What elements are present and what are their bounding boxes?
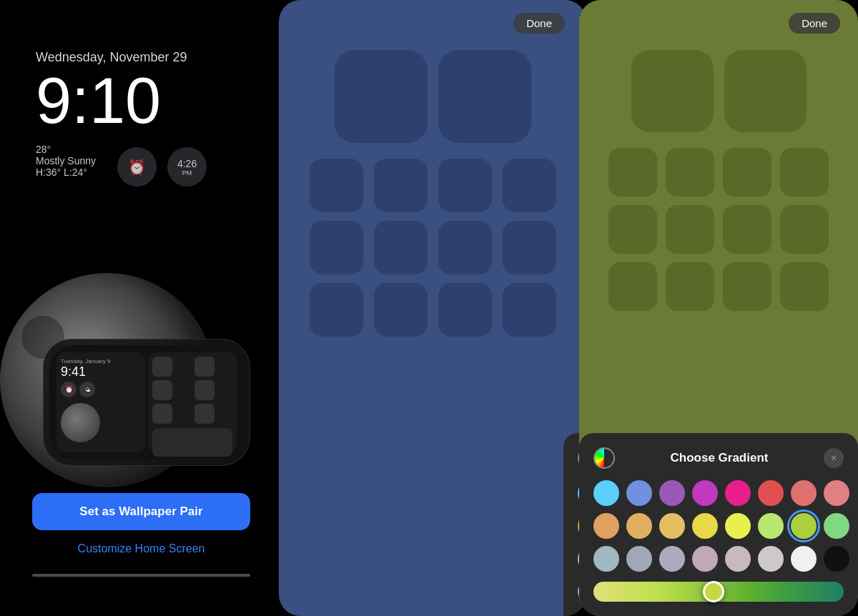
icon-row-olive-3 (591, 262, 847, 311)
app-icon-blue-5 (438, 159, 492, 212)
phone-preview-time: 9:41 (61, 364, 141, 379)
gradient-picker-close[interactable]: × (824, 448, 844, 468)
gradient-dot-0-1[interactable] (626, 480, 652, 506)
gradient-dot-1-7[interactable] (824, 513, 849, 539)
gradient-dot-2-1[interactable] (626, 546, 652, 572)
gradient-dot-0-0[interactable] (593, 480, 619, 506)
gradient-dot-2-2[interactable] (659, 546, 685, 572)
phone-icon-grid (152, 357, 232, 424)
gradient-picker-panel: Choose Gradient × (579, 433, 858, 616)
done-button-right[interactable]: Done (789, 13, 840, 34)
gradient-rainbow-icon (593, 447, 615, 469)
app-icon-olive-11 (608, 262, 657, 311)
lock-time: 9:10 (36, 69, 207, 133)
phone-preview-inner: Tuesday, January 9 9:41 ⏰ 🌤 (49, 345, 244, 459)
app-icon-olive-9 (723, 205, 771, 254)
phone-icon-2 (194, 357, 214, 377)
alarm-widget: ⏰ (117, 147, 157, 187)
gradient-dot-0-2[interactable] (659, 480, 685, 506)
gradient-dot-1-4[interactable] (725, 513, 751, 539)
phone-icon-1 (152, 357, 172, 377)
app-icon-blue-9 (438, 221, 492, 274)
icon-row-blue-2 (288, 221, 578, 274)
alarm-ampm: PM (182, 169, 192, 177)
phone-icon-6 (194, 404, 214, 424)
lock-date: Wednesday, November 29 (36, 50, 207, 65)
phone-preview-date: Tuesday, January 9 (61, 358, 141, 364)
gradient-slider-thumb (703, 581, 724, 602)
icon-row-olive-1 (591, 148, 847, 197)
gradient-dot-2-4[interactable] (725, 546, 751, 572)
icon-row-olive-2 (591, 205, 847, 254)
app-icon-olive-5 (723, 148, 771, 197)
gradient-dot-1-0[interactable] (593, 513, 619, 539)
app-icon-blue-2 (438, 50, 531, 143)
gradient-dot-2-0[interactable] (593, 546, 619, 572)
app-icon-blue-3 (310, 159, 363, 212)
app-icon-blue-4 (374, 159, 428, 212)
customize-home-screen-link[interactable]: Customize Home Screen (32, 542, 250, 555)
phone-left-side: Tuesday, January 9 9:41 ⏰ 🌤 (56, 352, 145, 452)
app-icon-blue-10 (503, 221, 556, 274)
phone-icon-4 (194, 380, 214, 400)
large-icon-grid-olive (613, 43, 824, 139)
gradient-color-grid (593, 480, 844, 572)
app-icon-blue-13 (438, 283, 492, 337)
gradient-hue-slider[interactable] (593, 582, 844, 602)
gradient-dot-0-5[interactable] (758, 480, 784, 506)
set-wallpaper-pair-button[interactable]: Set as Wallpaper Pair (32, 493, 250, 530)
lock-screen-info: Wednesday, November 29 9:10 28° Mostly S… (21, 14, 207, 187)
weather-range: H:36° L:24° (36, 167, 96, 178)
gradient-dot-1-5[interactable] (758, 513, 784, 539)
app-icon-olive-12 (666, 262, 714, 311)
icon-row-blue-1 (288, 159, 578, 212)
gradient-dot-1-6[interactable] (791, 513, 817, 539)
gradient-dot-2-6[interactable] (791, 546, 817, 572)
left-panel: Wednesday, November 29 9:10 28° Mostly S… (0, 0, 300, 616)
gradient-dot-2-7[interactable] (824, 546, 849, 572)
phone-icon-5 (152, 404, 172, 424)
alarm-icon: ⏰ (128, 159, 146, 176)
app-icon-olive-3 (608, 148, 657, 197)
phone-widget-1: ⏰ (61, 382, 77, 397)
gradient-picker-header: Choose Gradient × (593, 447, 844, 469)
gradient-dot-1-3[interactable] (692, 513, 718, 539)
gradient-dot-2-5[interactable] (758, 546, 784, 572)
lock-weather: 28° Mostly Sunny H:36° L:24° ⏰ 4:26 PM (36, 144, 207, 187)
phone-moon-small (61, 403, 100, 442)
gradient-dot-1-1[interactable] (626, 513, 652, 539)
gradient-dot-1-2[interactable] (659, 513, 685, 539)
phone-preview: Tuesday, January 9 9:41 ⏰ 🌤 (43, 339, 250, 466)
app-icon-olive-10 (780, 205, 829, 254)
app-icon-blue-11 (310, 283, 363, 337)
middle-wallpaper: Done Choose Color × (279, 0, 586, 616)
weather-desc: Mostly Sunny (36, 155, 96, 167)
gradient-dot-0-7[interactable] (824, 480, 849, 506)
gradient-dot-0-3[interactable] (692, 480, 718, 506)
home-indicator (32, 574, 250, 577)
alarm-time: 4:26 (177, 158, 197, 169)
app-icon-blue-7 (310, 221, 363, 274)
app-icon-blue-12 (374, 283, 428, 337)
app-icon-olive-2 (724, 50, 807, 132)
gradient-dot-2-3[interactable] (692, 546, 718, 572)
app-icon-olive-7 (608, 205, 657, 254)
gradient-dot-0-4[interactable] (725, 480, 751, 506)
app-icon-olive-6 (780, 148, 829, 197)
app-icon-blue-14 (503, 283, 556, 337)
phone-widget-2: 🌤 (79, 382, 95, 397)
app-icon-olive-14 (780, 262, 829, 311)
app-icon-blue-6 (503, 159, 556, 212)
phone-right-side (148, 352, 237, 452)
phone-icon-3 (152, 380, 172, 400)
large-icon-grid-blue (313, 43, 553, 150)
widget-row: ⏰ 4:26 PM (117, 147, 207, 187)
gradient-picker-title: Choose Gradient (615, 451, 824, 465)
right-wallpaper: Done Choose Gradient × (579, 0, 858, 616)
gradient-dot-0-6[interactable] (791, 480, 817, 506)
done-button-middle[interactable]: Done (513, 13, 565, 34)
app-icon-blue-1 (335, 50, 428, 143)
app-icon-olive-1 (631, 50, 714, 132)
app-icon-olive-4 (666, 148, 714, 197)
weather-temp: 28° (36, 144, 96, 155)
